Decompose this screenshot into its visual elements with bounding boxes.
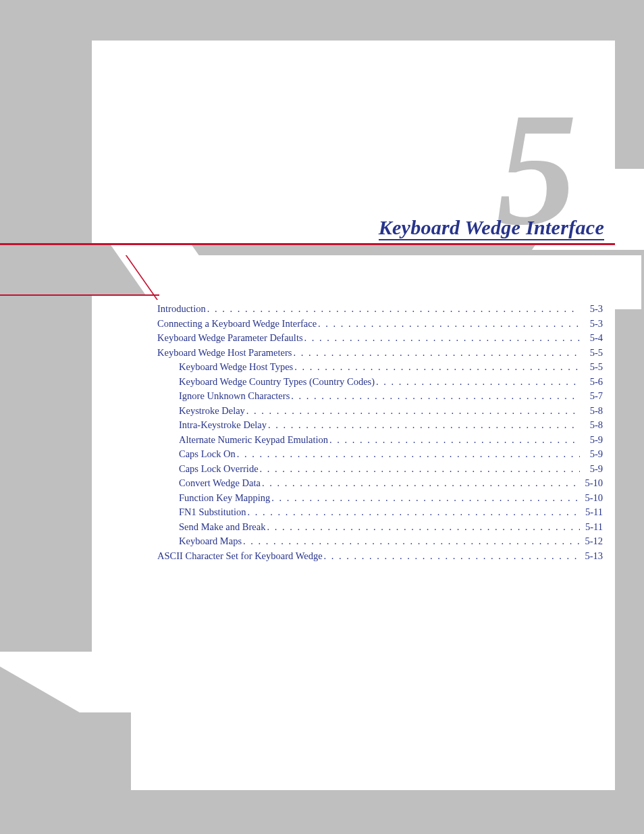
toc-leader-dots	[303, 332, 580, 344]
toc-entry-page: 5-9	[580, 434, 603, 446]
toc-entry[interactable]: Caps Lock On5-9	[157, 448, 603, 463]
toc-entry-label: Keystroke Delay	[179, 405, 245, 417]
toc-leader-dots	[265, 521, 580, 533]
toc-entry-label: Convert Wedge Data	[179, 477, 261, 489]
toc-leader-dots	[206, 303, 580, 315]
toc-entry-page: 5-3	[580, 303, 603, 315]
toc-entry[interactable]: Caps Lock Override5-9	[157, 463, 603, 478]
toc-entry[interactable]: Keyboard Wedge Country Types (Country Co…	[157, 376, 603, 391]
toc-leader-dots	[323, 550, 580, 562]
toc-entry-page: 5-5	[580, 347, 603, 359]
toc-entry[interactable]: Keystroke Delay5-8	[157, 405, 603, 420]
toc-entry[interactable]: Send Make and Break5-11	[157, 521, 603, 536]
toc-leader-dots	[259, 463, 580, 475]
table-of-contents: Introduction5-3Connecting a Keyboard Wed…	[157, 303, 603, 565]
toc-entry-page: 5-11	[580, 506, 603, 518]
toc-leader-dots	[261, 477, 580, 489]
toc-entry[interactable]: Ignore Unknown Characters5-7	[157, 390, 603, 405]
toc-entry-page: 5-6	[580, 376, 603, 388]
toc-leader-dots	[245, 405, 580, 417]
toc-entry-label: Keyboard Wedge Country Types (Country Co…	[179, 376, 375, 388]
toc-entry-label: Connecting a Keyboard Wedge Interface	[157, 318, 317, 330]
toc-leader-dots	[293, 361, 580, 373]
toc-entry-label: Caps Lock Override	[179, 463, 259, 475]
toc-entry[interactable]: Function Key Mapping5-10	[157, 492, 603, 507]
toc-entry-page: 5-9	[580, 463, 603, 475]
toc-entry-page: 5-4	[580, 332, 603, 344]
toc-leader-dots	[375, 376, 580, 388]
header-white-cut	[169, 255, 641, 309]
toc-entry-label: Intra-Keystroke Delay	[179, 419, 267, 431]
toc-entry-label: Keyboard Wedge Host Types	[179, 361, 293, 373]
toc-leader-dots	[270, 492, 580, 504]
toc-entry[interactable]: Introduction5-3	[157, 303, 603, 318]
toc-entry-page: 5-8	[580, 419, 603, 431]
toc-entry-page: 5-13	[580, 550, 603, 562]
toc-entry[interactable]: Alternate Numeric Keypad Emulation5-9	[157, 434, 603, 449]
toc-entry-label: Keyboard Wedge Host Parameters	[157, 347, 292, 359]
toc-entry-page: 5-3	[580, 318, 603, 330]
toc-entry-label: ASCII Character Set for Keyboard Wedge	[157, 550, 323, 562]
toc-leader-dots	[292, 347, 581, 359]
toc-entry-label: Function Key Mapping	[179, 492, 270, 504]
header-red-rule-top	[0, 243, 615, 245]
chapter-title: Keyboard Wedge Interface	[0, 216, 604, 239]
toc-entry[interactable]: Keyboard Wedge Host Types5-5	[157, 361, 603, 376]
toc-entry[interactable]: Connecting a Keyboard Wedge Interface5-3	[157, 318, 603, 333]
toc-entry-page: 5-7	[580, 390, 603, 402]
toc-entry-label: Introduction	[157, 303, 206, 315]
toc-entry[interactable]: Keyboard Wedge Host Parameters5-5	[157, 347, 603, 362]
toc-entry-page: 5-11	[580, 521, 603, 533]
toc-entry-page: 5-9	[580, 448, 603, 460]
toc-entry-label: Keyboard Wedge Parameter Defaults	[157, 332, 303, 344]
toc-entry-page: 5-12	[580, 536, 603, 547]
toc-entry[interactable]: ASCII Character Set for Keyboard Wedge5-…	[157, 550, 603, 565]
toc-entry[interactable]: Keyboard Maps5-12	[157, 536, 603, 550]
toc-entry[interactable]: Keyboard Wedge Parameter Defaults5-4	[157, 332, 603, 347]
toc-entry-label: Ignore Unknown Characters	[179, 390, 290, 402]
toc-leader-dots	[317, 318, 580, 330]
toc-entry-page: 5-8	[580, 405, 603, 417]
toc-leader-dots	[236, 448, 580, 460]
toc-entry[interactable]: FN1 Substitution5-11	[157, 506, 603, 521]
toc-entry-page: 5-10	[580, 492, 603, 504]
toc-entry-label: FN1 Substitution	[179, 506, 246, 518]
toc-entry[interactable]: Convert Wedge Data5-10	[157, 477, 603, 492]
toc-entry-label: Send Make and Break	[179, 521, 265, 533]
toc-entry-label: Keyboard Maps	[179, 536, 242, 547]
toc-entry-label: Caps Lock On	[179, 448, 236, 460]
toc-entry-page: 5-5	[580, 361, 603, 373]
toc-entry[interactable]: Intra-Keystroke Delay5-8	[157, 419, 603, 434]
toc-entry-label: Alternate Numeric Keypad Emulation	[179, 434, 328, 446]
toc-leader-dots	[290, 390, 580, 402]
toc-leader-dots	[328, 434, 580, 446]
chapter-title-text: Keyboard Wedge Interface	[379, 216, 604, 240]
toc-leader-dots	[267, 419, 580, 431]
toc-leader-dots	[246, 506, 580, 518]
toc-leader-dots	[242, 536, 580, 547]
header-red-rule-mid	[0, 294, 159, 296]
toc-entry-page: 5-10	[580, 477, 603, 489]
